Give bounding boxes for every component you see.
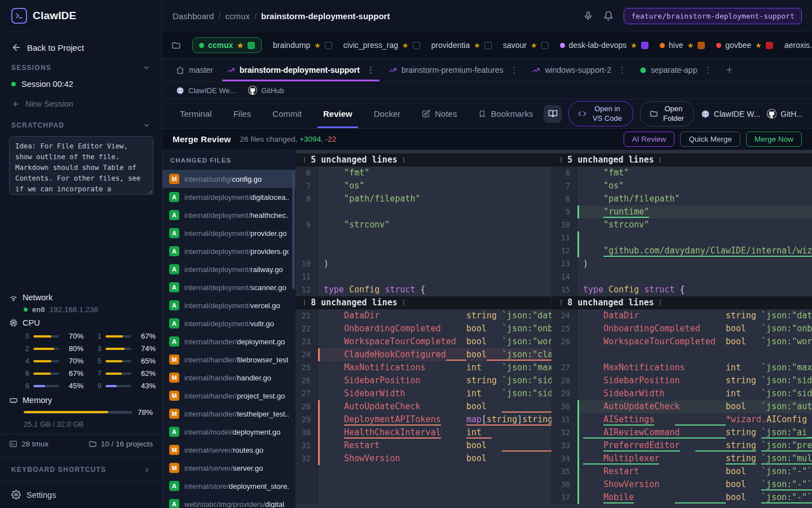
session-tab-master[interactable]: master (170, 59, 219, 81)
project-checkbox[interactable] (766, 42, 773, 49)
file-row[interactable]: Ainternal/deployment/vercel.go (162, 296, 295, 314)
session-tab-windows-support-2[interactable]: windows-support-2⋮ (526, 59, 632, 81)
scratchpad-section-header[interactable]: SCRATCHPAD (0, 113, 162, 132)
project-tab-civic_press_rag[interactable]: civic_press_rag★ (343, 41, 420, 50)
breadcrumb-project[interactable]: ccmux (226, 11, 250, 21)
collapsed-lines-bar[interactable]: ⁞ 8 unchanged lines ⁞ (552, 296, 812, 309)
tab-notes[interactable]: Notes (416, 99, 462, 128)
project-tab-providentia[interactable]: providentia★ (431, 41, 492, 50)
book-button[interactable] (544, 105, 561, 123)
new-session-button[interactable]: New Session (0, 94, 162, 113)
star-icon[interactable]: ★ (314, 41, 321, 50)
branch-badge[interactable]: feature/brainstorm-deployment-support (624, 8, 802, 24)
file-row[interactable]: Ainternal/deployment/providers.go (162, 242, 295, 260)
file-row[interactable]: Minternal/handler/testhelper_test.... (162, 405, 295, 423)
star-icon[interactable]: ★ (630, 41, 637, 50)
project-checkbox[interactable] (698, 42, 705, 49)
bell-icon[interactable] (603, 11, 614, 21)
collapsed-lines-bar[interactable]: ⁞ 8 unchanged lines ⁞ (295, 296, 551, 309)
kebab-menu-icon[interactable]: ⋮ (364, 65, 375, 75)
tab-files[interactable]: Files (228, 99, 257, 128)
projects-folder-icon[interactable] (171, 41, 181, 50)
kebab-menu-icon[interactable]: ⋮ (508, 65, 518, 75)
file-row[interactable]: Ainternal/handler/deployment.go (162, 332, 295, 351)
file-row[interactable]: Ainternal/deployment/scanner.go (162, 278, 295, 296)
back-to-project-button[interactable]: Back to Project (0, 32, 162, 56)
collapsed-lines-bar[interactable]: ⁞ 5 unchanged lines ⁞ (295, 154, 551, 167)
project-checkbox[interactable] (413, 42, 420, 49)
file-path: web/static/img/providers/digital (184, 500, 284, 508)
project-tab-hive[interactable]: hive★ (660, 41, 705, 50)
star-icon[interactable]: ★ (687, 41, 694, 50)
project-checkbox[interactable] (248, 42, 255, 49)
tab-terminal[interactable]: Terminal (174, 99, 218, 128)
session-item[interactable]: Session 00:42 (0, 74, 162, 94)
session-tab-separate-app[interactable]: separate-app⋮ (634, 59, 718, 81)
star-icon[interactable]: ★ (755, 41, 762, 50)
ai-review-button[interactable]: AI Review (624, 132, 675, 147)
project-tab-label: hive (669, 41, 683, 50)
quick-merge-button[interactable]: Quick Merge (680, 132, 740, 147)
microphone-icon[interactable] (583, 11, 593, 21)
star-icon[interactable]: ★ (474, 41, 480, 50)
file-row[interactable]: Ainternal/deployment/railway.go (162, 260, 295, 278)
project-tab-govbee[interactable]: govbee★ (716, 41, 773, 50)
star-icon[interactable]: ★ (531, 41, 537, 50)
app-logo[interactable]: ClawIDE (0, 0, 162, 32)
file-row[interactable]: Ainternal/model/deployment.go (162, 423, 295, 441)
kebab-menu-icon[interactable]: ⋮ (616, 65, 626, 75)
sessions-section-header[interactable]: SESSIONS (0, 56, 162, 74)
tab-label: Bookmarks (491, 109, 533, 119)
file-row[interactable]: Minternal/handler/handler.go (162, 369, 295, 387)
tab-bookmarks[interactable]: Bookmarks (473, 99, 539, 128)
settings-button[interactable]: Settings (0, 481, 162, 508)
project-checkbox[interactable] (541, 42, 549, 49)
project-checkbox[interactable] (641, 42, 648, 49)
project-tab-label: savour (503, 41, 527, 50)
file-row[interactable]: Minternal/handler/filebrowser_test... (162, 351, 295, 369)
collapsed-lines-bar[interactable]: ⁞ 5 unchanged lines ⁞ (552, 154, 812, 167)
file-row[interactable]: Ainternal/store/deployment_store... (162, 477, 295, 495)
star-icon[interactable]: ★ (402, 41, 409, 50)
file-row[interactable]: Minternal/server/routes.go (162, 441, 295, 459)
star-icon[interactable]: ★ (237, 41, 244, 50)
subtab-github[interactable]: GitHub (248, 86, 284, 95)
file-row[interactable]: Minternal/handler/project_test.go (162, 387, 295, 405)
file-row[interactable]: Ainternal/deployment/provider.go (162, 224, 295, 242)
new-tab-button[interactable]: + (720, 59, 738, 81)
file-row[interactable]: Minternal/server/server.go (162, 459, 295, 477)
cpu-core-row: 565% (96, 357, 156, 365)
file-row[interactable]: Ainternal/deployment/vultr.go (162, 314, 295, 332)
file-dir: internal/deployment/ (184, 301, 250, 310)
session-tab-brainstorm-deployment-support[interactable]: brainstorm-deployment-support⋮ (221, 59, 381, 81)
project-tab-aeroxis.com[interactable]: aeroxis.com★ (784, 41, 812, 50)
open-folder-button[interactable]: Open Folder (640, 101, 694, 126)
file-row[interactable]: Minternal/config/config.go (162, 170, 295, 188)
file-row[interactable]: Aweb/static/img/providers/digital (162, 495, 295, 508)
project-tab-desk-lab-devops[interactable]: desk-lab-devops★ (560, 41, 648, 50)
tab-review[interactable]: Review (317, 99, 358, 128)
code-line: "path/filepath" (577, 192, 812, 205)
subtab-clawidewe[interactable]: ClawIDE We... (176, 86, 236, 95)
file-row[interactable]: Ainternal/deployment/healthchec... (162, 206, 295, 224)
project-tab-ccmux[interactable]: ccmux★ (192, 37, 262, 53)
breadcrumb-dashboard[interactable]: Dashboard (173, 11, 214, 21)
tab-commit[interactable]: Commit (267, 99, 307, 128)
scratchpad-input[interactable]: Idea: For File Editor View, show outline… (9, 136, 153, 195)
open-in-vscode-button[interactable]: Open in VS Code (568, 101, 633, 126)
clawide-web-link[interactable]: ClawIDE W... (701, 110, 760, 119)
file-row[interactable]: Ainternal/deployment/digitalocea... (162, 188, 295, 206)
kebab-menu-icon[interactable]: ⋮ (701, 65, 712, 75)
github-link[interactable]: GitH... (767, 109, 803, 119)
merge-now-button[interactable]: Merge Now (746, 132, 802, 147)
files-scrollbar[interactable] (292, 170, 295, 289)
tab-docker[interactable]: Docker (368, 99, 407, 128)
project-tab-savour[interactable]: savour★ (503, 41, 549, 50)
session-tab-brainstorm-premium-features[interactable]: brainstorm-premium-features⋮ (383, 59, 524, 81)
project-checkbox[interactable] (325, 42, 332, 49)
core-number: 6 (24, 369, 29, 378)
project-tab-braindump[interactable]: braindump★ (273, 41, 332, 50)
project-checkbox[interactable] (484, 42, 492, 49)
project-tab-label: desk-lab-devops (569, 41, 627, 50)
keyboard-shortcuts-button[interactable]: KEYBOARD SHORTCUTS (0, 458, 162, 481)
